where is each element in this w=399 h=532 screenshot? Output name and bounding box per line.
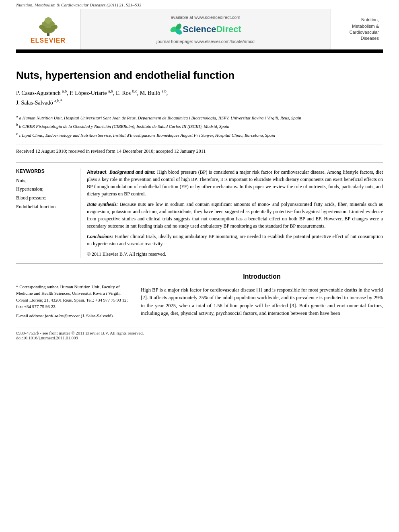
bottom-bar: 0939-4753/$ - see front matter © 2011 El…	[16, 327, 383, 340]
abstract-background-title: Background and aims:	[109, 169, 156, 175]
keyword-nuts: Nuts;	[16, 177, 74, 185]
sciencedirect-header: available at www.sciencedirect.com Scien…	[80, 9, 331, 49]
email-label: E-mail address:	[16, 313, 44, 318]
affiliation-a: a a Human Nutrition Unit, Hospital Unive…	[16, 114, 383, 121]
sciencedirect-logo: ScienceDirect	[170, 23, 241, 36]
doi-text: doi:10.1016/j.numecd.2011.01.009	[16, 335, 383, 340]
svg-point-7	[50, 22, 55, 26]
footnote-area: * Corresponding author. Human Nutrition …	[16, 280, 133, 319]
email-note: E-mail address: jordi.salas@urv.cat (J. …	[16, 312, 133, 319]
abstract-synthesis-title: Data synthesis:	[87, 201, 118, 207]
abstract-conclusions-para: Conclusions: Further clinical trials, id…	[87, 233, 383, 247]
abstract-conclusions-text: Further clinical trials, ideally using a…	[87, 234, 383, 246]
main-content: Nuts, hypertension and endothelial funct…	[0, 53, 399, 348]
abstract-label: Abstract	[87, 169, 107, 175]
journal-name-right: Nutrition,Metabolism &Cardiovascular Dis…	[331, 9, 383, 49]
svg-point-6	[42, 22, 47, 26]
journal-reference-bar: Nutrition, Metabolism & Cardiovascular D…	[0, 0, 399, 9]
authors-line: P. Casas-Agustench a,b, P. López-Uriarte…	[16, 88, 383, 107]
affiliation-c: c c Lipid Clinic, Endocrinology and Nutr…	[16, 131, 383, 138]
elsevier-tree-icon	[34, 15, 62, 37]
article-title: Nuts, hypertension and endothelial funct…	[16, 69, 383, 82]
sd-text: ScienceDirect	[183, 24, 241, 35]
elsevier-wordmark: ELSEVIER	[31, 37, 66, 44]
email-link[interactable]: jordi.salas@urv.cat	[45, 313, 80, 318]
keywords-title: KEYWORDS	[16, 168, 74, 174]
received-date: Received 12 August 2010; received in rev…	[16, 144, 383, 154]
keywords-column: KEYWORDS Nuts; Hypertension; Blood press…	[16, 168, 80, 258]
journal-homepage-text: journal homepage: www.elsevier.com/locat…	[156, 39, 255, 44]
journal-header: ELSEVIER available at www.sciencedirect.…	[16, 9, 383, 51]
keywords-list: Nuts; Hypertension; Blood pressure; Endo…	[16, 177, 74, 211]
elsevier-logo-area: ELSEVIER	[16, 9, 80, 49]
abstract-synthesis-text: Because nuts are low in sodium and conta…	[87, 201, 383, 229]
journal-name-text: Nutrition,Metabolism &Cardiovascular Dis…	[335, 17, 379, 42]
corresponding-author-note: * Corresponding author. Human Nutrition …	[16, 283, 133, 310]
sd-leaf-icon	[170, 23, 183, 36]
affiliation-b: b b CIBER Fisiopatología de la Obesidad …	[16, 122, 383, 129]
available-text: available at www.sciencedirect.com	[171, 15, 240, 20]
issn-text: 0939-4753/$ - see front matter © 2011 El…	[16, 331, 383, 335]
abstract-synthesis-para: Data synthesis: Because nuts are low in …	[87, 201, 383, 230]
abstract-background-para: Abstract Background and aims: High blood…	[87, 168, 383, 197]
page: Nutrition, Metabolism & Cardiovascular D…	[0, 0, 399, 532]
introduction-section: * Corresponding author. Human Nutrition …	[16, 272, 383, 319]
keyword-endothelial: Endothelial function	[16, 203, 74, 212]
affiliations: a a Human Nutrition Unit, Hospital Unive…	[16, 114, 383, 138]
email-author: (J. Salas-Salvadó).	[81, 313, 114, 318]
abstract-section: KEYWORDS Nuts; Hypertension; Blood press…	[16, 162, 383, 264]
intro-heading: Introduction	[141, 272, 383, 281]
copyright-text: © 2011 Elsevier B.V. All rights reserved…	[87, 251, 383, 258]
journal-citation: Nutrition, Metabolism & Cardiovascular D…	[16, 2, 141, 7]
keyword-hypertension: Hypertension;	[16, 185, 74, 194]
left-column: * Corresponding author. Human Nutrition …	[16, 272, 133, 319]
right-column: Introduction High BP is a major risk fac…	[141, 272, 383, 319]
abstract-conclusions-title: Conclusions:	[87, 234, 113, 239]
keyword-blood-pressure: Blood pressure;	[16, 194, 74, 203]
intro-paragraph-1: High BP is a major risk factor for cardi…	[141, 286, 383, 318]
abstract-column: Abstract Background and aims: High blood…	[80, 168, 383, 258]
